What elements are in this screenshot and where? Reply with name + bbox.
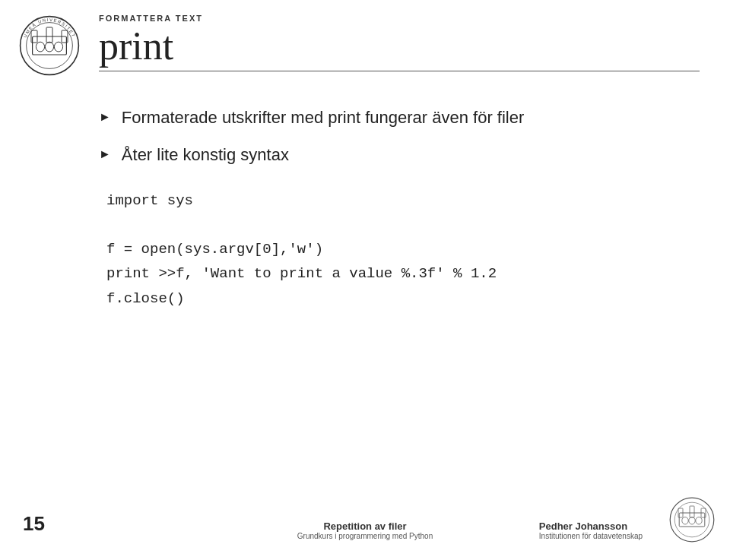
bullet-item-2: ► Åter lite konstig syntax (99, 144, 684, 167)
code-line-1: import sys (106, 188, 684, 213)
main-content: ► Formaterade utskrifter med print funge… (99, 106, 684, 311)
svg-rect-5 (46, 27, 52, 43)
svg-point-10 (670, 498, 714, 542)
footer-right-sub: Institutionen för datavetenskap (539, 532, 643, 540)
footer-center: Repetition av filer Grundkurs i programm… (297, 520, 433, 540)
svg-point-0 (21, 17, 79, 75)
code-line-blank (106, 213, 684, 237)
svg-point-7 (45, 42, 53, 52)
page-number: 15 (23, 512, 45, 536)
code-line-4: f.close() (106, 286, 684, 311)
svg-point-16 (682, 517, 688, 524)
bullet-item-1: ► Formaterade utskrifter med print funge… (99, 106, 684, 130)
code-line-3: print >>f, 'Want to print a value %.3f' … (106, 261, 684, 286)
university-logo: UMEÅ UNIVERSITET (15, 11, 84, 80)
slide-header: Formattera text print (99, 14, 700, 71)
svg-text:UMEÅ UNIVERSITET: UMEÅ UNIVERSITET (23, 17, 76, 39)
svg-rect-15 (690, 506, 694, 517)
bullet-text-1: Formaterade utskrifter med print fungera… (122, 106, 524, 130)
code-line-2: f = open(sys.argv[0],'w') (106, 237, 684, 261)
header-title: print (99, 24, 700, 68)
header-subtitle: Formattera text (99, 14, 700, 23)
bullet-arrow-2: ► (99, 146, 111, 163)
svg-point-17 (689, 517, 695, 524)
svg-point-11 (674, 502, 709, 537)
footer-logo (669, 497, 715, 543)
footer-center-sub: Grundkurs i programmering med Python (297, 532, 433, 540)
footer-right-main: Pedher Johansson (539, 520, 643, 532)
svg-point-1 (27, 23, 73, 69)
svg-point-8 (54, 42, 62, 52)
footer-center-main: Repetition av filer (297, 520, 433, 532)
svg-point-18 (696, 517, 702, 524)
bullet-text-2: Åter lite konstig syntax (122, 144, 289, 167)
footer-right: Pedher Johansson Institutionen för datav… (539, 520, 643, 540)
header-divider (99, 71, 700, 71)
code-block: import sys f = open(sys.argv[0],'w') pri… (106, 188, 684, 311)
svg-point-6 (36, 42, 44, 52)
bullet-arrow-1: ► (99, 109, 111, 125)
